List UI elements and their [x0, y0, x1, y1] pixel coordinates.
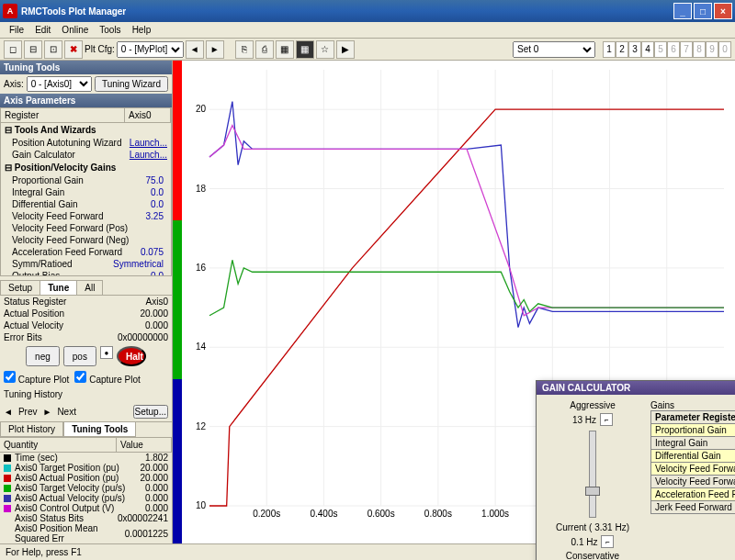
group-pos-vel-gains[interactable]: ⊟ Position/Velocity Gains	[1, 161, 171, 174]
status-row: Error Bits0x00000000	[0, 331, 172, 343]
slider-thumb[interactable]	[585, 487, 600, 496]
setup-button[interactable]: Setup...	[133, 405, 168, 419]
param-row[interactable]: Output Bias0.0	[1, 270, 171, 276]
maximize-button[interactable]: □	[694, 3, 712, 19]
param-row[interactable]: Velocity Feed Forward3.25	[1, 210, 171, 222]
capture-plot-1[interactable]: Capture Plot	[4, 371, 69, 385]
gain-row[interactable]: Velocity Feed Forward (Neg)3.294	[651, 476, 736, 488]
gain-row[interactable]: Jerk Feed Forward0.0	[651, 501, 736, 514]
tb-copy-icon[interactable]: ⎘	[235, 40, 254, 59]
capture-plot-2[interactable]: Capture Plot	[74, 371, 140, 385]
menu-edit[interactable]: Edit	[29, 23, 56, 37]
plot-cfg-select[interactable]: 0 - [MyPlot]	[117, 41, 184, 58]
numtab-3[interactable]: 3	[628, 41, 641, 58]
tuning-wizard-button[interactable]: Tuning Wizard	[95, 76, 168, 92]
halt-button[interactable]: Halt	[117, 346, 146, 366]
numtab-8[interactable]: 8	[693, 41, 706, 58]
set-select[interactable]: Set 0	[513, 41, 595, 58]
gain-row[interactable]: Proportional Gain203.0	[651, 424, 736, 437]
tb-new-icon[interactable]: ◻	[4, 40, 22, 59]
numtab-5[interactable]: 5	[654, 41, 667, 58]
param-row[interactable]: Velocity Feed Forward (Pos)	[1, 222, 171, 234]
record-icon[interactable]: ●	[100, 346, 113, 359]
pos-button[interactable]: pos	[63, 346, 96, 366]
next-icon[interactable]: ►	[42, 407, 51, 417]
quantity-grid: Quantity Value Time (sec)1.802Axis0 Targ…	[0, 437, 172, 543]
svg-text:0.400s: 0.400s	[310, 509, 337, 519]
svg-text:18: 18	[196, 184, 207, 194]
close-button[interactable]: ×	[714, 3, 732, 19]
tb-play-icon[interactable]: ▶	[336, 40, 355, 59]
numtab-6[interactable]: 6	[667, 41, 680, 58]
numtab-2[interactable]: 2	[616, 41, 628, 58]
axis-select[interactable]: 0 - [Axis0]	[27, 76, 92, 92]
tb-prev-icon[interactable]: ◄	[186, 40, 204, 59]
aggressiveness-slider[interactable]	[589, 431, 596, 518]
param-row[interactable]: Gain CalculatorLaunch...	[1, 149, 171, 161]
param-row[interactable]: Velocity Feed Forward (Neg)	[1, 234, 171, 246]
numtab-7[interactable]: 7	[680, 41, 693, 58]
numtab-4[interactable]: 4	[641, 41, 654, 58]
plot-area[interactable]: 1012141618200.200s0.400s0.600s0.800s1.00…	[173, 61, 735, 543]
tab-tuning-tools[interactable]: Tuning Tools	[63, 422, 136, 437]
tab-all[interactable]: All	[76, 280, 103, 295]
col-value: Value	[117, 438, 172, 452]
status-row: Status RegisterAxis0	[0, 296, 172, 308]
prev-label: Prev	[18, 407, 38, 417]
hz-bot-icon: ⌐	[601, 535, 614, 548]
quantity-row[interactable]: Axis0 Control Output (V)0.000	[0, 503, 172, 513]
window-title: RMCTools Plot Manager	[21, 6, 126, 17]
quantity-row[interactable]: Axis0 Actual Position (pu)20.000	[0, 473, 172, 483]
svg-text:0.200s: 0.200s	[253, 509, 280, 519]
param-row[interactable]: Symm/RatioedSymmetrical	[1, 258, 171, 270]
numtab-0[interactable]: 0	[718, 41, 731, 58]
toolbar: ◻ ⊟ ⊡ ✖ Plt Cfg: 0 - [MyPlot] ◄ ► ⎘ ⎙ ▦ …	[0, 39, 735, 61]
quantity-row[interactable]: Axis0 Target Position (pu)20.000	[0, 463, 172, 473]
param-row[interactable]: Differential Gain0.0	[1, 198, 171, 210]
gain-calculator-panel[interactable]: GAIN CALCULATOR ✕ Aggressive 13 Hz⌐ Curr…	[536, 380, 735, 560]
gains-table: Parameter RegisterAxis 0 Proportional Ga…	[650, 410, 735, 514]
gain-row[interactable]: Velocity Feed Forward (Pos)3.295	[651, 463, 736, 476]
quantity-row[interactable]: Axis0 Position Mean Squared Err0.0001225	[0, 523, 172, 543]
svg-text:12: 12	[196, 421, 207, 431]
quantity-row[interactable]: Time (sec)1.802	[0, 453, 172, 463]
param-row[interactable]: Acceleration Feed Forward0.075	[1, 246, 171, 258]
prev-icon[interactable]: ◄	[4, 407, 13, 417]
tb-stop-icon[interactable]: ✖	[64, 40, 83, 59]
param-row[interactable]: Integral Gain0.0	[1, 186, 171, 198]
tb-next-icon[interactable]: ►	[206, 40, 224, 59]
minimize-button[interactable]: _	[673, 3, 692, 19]
tb-star-icon[interactable]: ☆	[316, 40, 334, 59]
menu-help[interactable]: Help	[127, 23, 157, 37]
svg-text:16: 16	[196, 263, 207, 273]
svg-text:0.800s: 0.800s	[424, 509, 452, 519]
neg-button[interactable]: neg	[26, 346, 60, 366]
tb-open-icon[interactable]: ⊟	[24, 40, 42, 59]
svg-text:1.000s: 1.000s	[481, 509, 509, 519]
menu-tools[interactable]: Tools	[94, 23, 126, 37]
menu-online[interactable]: Online	[56, 23, 94, 37]
tab-tune[interactable]: Tune	[40, 280, 77, 295]
quantity-row[interactable]: Axis0 Target Velocity (pu/s)0.000	[0, 483, 172, 493]
quantity-row[interactable]: Axis0 Actual Velocity (pu/s)0.000	[0, 493, 172, 503]
param-row[interactable]: Position Autotuning WizardLaunch...	[1, 137, 171, 149]
tab-plot-history[interactable]: Plot History	[0, 422, 63, 437]
menu-file[interactable]: File	[4, 23, 29, 37]
menubar: File Edit Online Tools Help	[0, 22, 735, 39]
tb-save-icon[interactable]: ⊡	[44, 40, 62, 59]
plot-cfg-label: Plt Cfg:	[85, 44, 115, 54]
group-tools-wizards[interactable]: ⊟ Tools And Wizards	[1, 123, 171, 137]
tb-print-icon[interactable]: ⎙	[255, 40, 274, 59]
tb-grid-icon[interactable]: ▦	[276, 40, 294, 59]
param-row[interactable]: Proportional Gain75.0	[1, 174, 171, 186]
numtab-1[interactable]: 1	[603, 41, 616, 58]
quantity-row[interactable]: Axis0 Status Bits0x00002241	[0, 513, 172, 523]
mid-tabs: Setup Tune All	[0, 280, 172, 296]
gain-row[interactable]: Acceleration Feed Forward0.04054	[651, 488, 736, 501]
gain-row[interactable]: Differential Gain1.674	[651, 450, 736, 463]
tb-dark-icon[interactable]: ▦	[296, 40, 314, 59]
numtab-9[interactable]: 9	[706, 41, 718, 58]
gain-row[interactable]: Integral Gain2763.0	[651, 437, 736, 450]
tab-setup[interactable]: Setup	[0, 280, 40, 295]
th-param: Parameter Register	[651, 411, 736, 424]
